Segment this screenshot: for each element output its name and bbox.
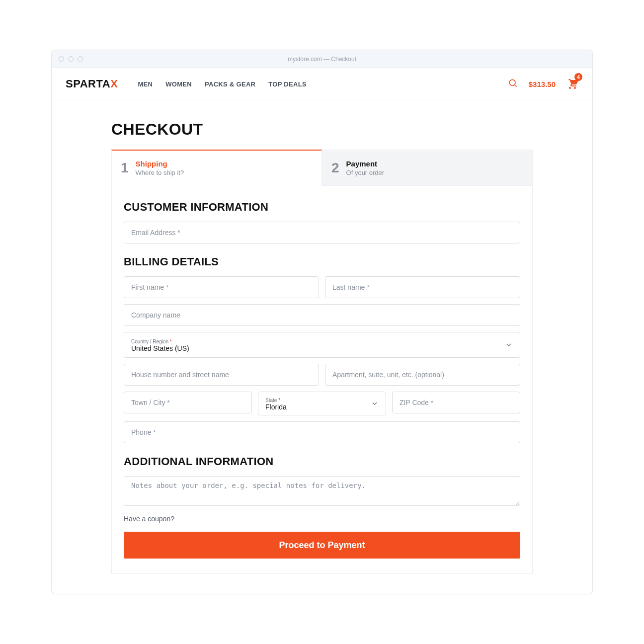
country-label: Country / Region [131,339,168,344]
section-additional-info: ADDITIONAL INFORMATION [124,455,520,468]
logo-base: SPARTA [66,78,110,90]
company-field[interactable] [124,304,520,326]
chevron-down-icon [371,400,379,407]
tab-title: Payment [346,160,385,168]
cart-total: $313.50 [529,80,556,88]
order-notes-field[interactable] [124,476,520,506]
last-name-field[interactable] [325,276,520,298]
zip-field[interactable] [392,392,520,413]
cart-button[interactable]: 4 [566,77,578,91]
tab-subtitle: Of your order [346,169,385,176]
proceed-to-payment-button[interactable]: Proceed to Payment [124,532,520,559]
svg-point-0 [509,80,515,85]
nav-top-deals[interactable]: TOP DEALS [268,80,307,88]
logo-accent: X [110,78,118,90]
tab-shipping[interactable]: 1 Shipping Where to ship it? [111,150,322,186]
window-close-dot[interactable] [59,56,64,62]
country-select[interactable]: Country / Region * United States (US) [124,332,520,358]
search-icon[interactable] [508,78,518,90]
browser-chrome: mystore.com — Checkout [52,50,592,68]
apartment-field[interactable] [325,364,520,386]
tab-num: 2 [331,160,339,176]
state-label: State [265,398,277,403]
site-header: SPARTAX MEN WOMEN PACKS & GEAR TOP DEALS… [52,68,592,100]
phone-field[interactable] [124,421,520,443]
nav-men[interactable]: MEN [138,80,153,88]
city-field[interactable] [124,392,252,413]
page-title: CHECKOUT [111,120,533,139]
checkout-tabs: 1 Shipping Where to ship it? 2 Payment O… [111,150,533,186]
logo[interactable]: SPARTAX [66,78,118,90]
browser-window: mystore.com — Checkout SPARTAX MEN WOMEN… [51,50,593,594]
street-field[interactable] [124,364,319,386]
section-billing-details: BILLING DETAILS [124,255,520,268]
chevron-down-icon [505,341,513,349]
window-min-dot[interactable] [68,56,74,62]
header-right: $313.50 4 [508,77,578,91]
email-field[interactable] [124,222,520,243]
state-select[interactable]: State * Florida [258,392,386,415]
nav-packs-gear[interactable]: PACKS & GEAR [205,80,255,88]
nav-women[interactable]: WOMEN [165,80,192,88]
page-body: CHECKOUT 1 Shipping Where to ship it? 2 … [52,100,592,594]
coupon-link[interactable]: Have a coupon? [124,515,520,523]
state-value: Florida [265,403,379,411]
required-mark: * [170,339,172,344]
tab-title: Shipping [136,160,184,168]
browser-title: mystore.com — Checkout [52,56,592,63]
cart-count-badge: 4 [574,73,582,81]
section-customer-info: CUSTOMER INFORMATION [124,201,520,214]
required-mark: * [278,398,280,403]
svg-line-1 [515,85,517,87]
tab-subtitle: Where to ship it? [136,169,184,176]
window-max-dot[interactable] [78,56,83,62]
first-name-field[interactable] [124,276,319,298]
country-value: United States (US) [131,344,513,352]
tab-payment[interactable]: 2 Payment Of your order [322,150,533,186]
window-controls [59,56,83,62]
main-nav: MEN WOMEN PACKS & GEAR TOP DEALS [138,80,307,88]
tab-num: 1 [121,160,129,176]
form-area: CUSTOMER INFORMATION BILLING DETAILS Cou… [111,186,533,574]
